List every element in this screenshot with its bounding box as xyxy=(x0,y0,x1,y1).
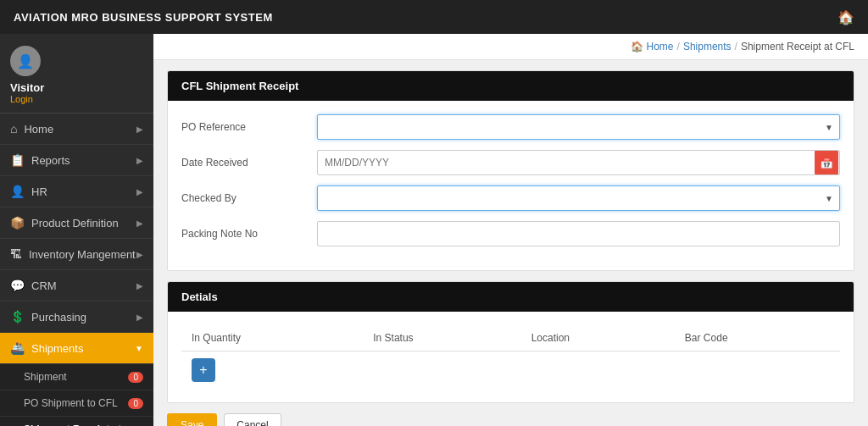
sidebar-item-label: Inventory Mangement xyxy=(29,248,136,261)
chevron-right-icon: ▶ xyxy=(136,250,143,259)
cfl-panel-header: CFL Shipment Receipt xyxy=(168,71,854,101)
chevron-right-icon: ▶ xyxy=(136,313,143,322)
sidebar-item-crm[interactable]: 💬 CRM ▶ xyxy=(0,270,153,302)
sidebar-user: 👤 Visitor Login xyxy=(0,34,153,113)
submenu-label: Shipment xyxy=(24,371,67,383)
chevron-right-icon: ▶ xyxy=(136,124,143,134)
breadcrumb-shipments-link[interactable]: Shipments xyxy=(683,41,732,53)
details-panel-body: In Quantity In Status Location Bar Code … xyxy=(168,312,854,402)
packing-note-row: Packing Note No xyxy=(181,221,840,246)
sidebar-item-label: Reports xyxy=(31,154,70,167)
details-table: In Quantity In Status Location Bar Code … xyxy=(181,325,840,389)
details-panel-header: Detials xyxy=(168,282,854,312)
cfl-panel-body: PO Reference ▼ Date Received 📅 xyxy=(168,101,854,270)
breadcrumb: 🏠 Home / Shipments / Shipment Receipt at… xyxy=(153,34,868,60)
cancel-button[interactable]: Cancel xyxy=(224,413,281,426)
hr-icon: 👤 xyxy=(10,185,25,198)
shipment-badge: 0 xyxy=(128,372,143,383)
breadcrumb-home-link[interactable]: Home xyxy=(647,41,674,53)
sidebar-item-hr[interactable]: 👤 HR ▶ xyxy=(0,176,153,207)
table-row: + xyxy=(181,351,840,390)
details-panel-title: Detials xyxy=(181,290,218,303)
sidebar-username: Visitor xyxy=(10,81,44,94)
col-bar-code: Bar Code xyxy=(675,325,840,351)
home-icon: ⌂ xyxy=(10,122,17,136)
packing-note-input[interactable] xyxy=(317,221,840,246)
sidebar-item-label: Product Definition xyxy=(31,217,119,230)
po-reference-row: PO Reference ▼ xyxy=(181,114,840,140)
home-nav-icon[interactable]: 🏠 xyxy=(837,9,854,25)
po-shipment-badge: 0 xyxy=(128,398,143,409)
checked-by-select[interactable] xyxy=(317,185,840,211)
sidebar-item-product-definition[interactable]: 📦 Product Definition ▶ xyxy=(0,207,153,239)
sidebar-item-purchasing[interactable]: 💲 Purchasing ▶ xyxy=(0,302,153,333)
col-location: Location xyxy=(521,325,675,351)
po-reference-select-wrapper: ▼ xyxy=(317,114,840,140)
submenu-item-po-shipment[interactable]: PO Shipment to CFL 0 xyxy=(0,390,153,417)
chevron-right-icon: ▶ xyxy=(136,281,143,290)
shipments-icon: 🚢 xyxy=(10,341,25,355)
po-reference-label: PO Reference xyxy=(181,121,317,133)
sidebar-item-reports[interactable]: 📋 Reports ▶ xyxy=(0,145,153,176)
breadcrumb-home-icon: 🏠 xyxy=(631,41,643,53)
date-received-wrapper: 📅 xyxy=(317,150,840,175)
date-received-label: Date Received xyxy=(181,157,317,169)
col-in-quantity: In Quantity xyxy=(181,325,363,351)
add-row-button[interactable]: + xyxy=(192,358,215,382)
save-button[interactable]: Save xyxy=(167,413,217,426)
submenu-label: PO Shipment to CFL xyxy=(24,397,118,409)
submenu-item-shipment[interactable]: Shipment 0 xyxy=(0,364,153,390)
chevron-right-icon: ▶ xyxy=(136,187,143,196)
sidebar-item-home[interactable]: ⌂ Home ▶ xyxy=(0,113,153,145)
checked-by-select-wrapper: ▼ xyxy=(317,185,840,211)
checked-by-row: Checked By ▼ xyxy=(181,185,840,211)
sidebar-item-label: CRM xyxy=(31,279,57,292)
cfl-shipment-receipt-panel: CFL Shipment Receipt PO Reference ▼ Date… xyxy=(167,70,854,271)
po-reference-select[interactable] xyxy=(317,114,840,140)
sidebar-item-label: HR xyxy=(31,185,47,198)
chevron-down-icon: ▼ xyxy=(135,344,143,353)
inventory-icon: 🏗 xyxy=(10,247,22,261)
date-received-input[interactable] xyxy=(317,150,840,175)
product-icon: 📦 xyxy=(10,216,25,230)
shipments-submenu: Shipment 0 PO Shipment to CFL 0 Shipment… xyxy=(0,364,153,426)
sidebar-item-shipments[interactable]: 🚢 Shipments ▼ xyxy=(0,333,153,364)
main-layout: 👤 Visitor Login ⌂ Home ▶ 📋 Reports ▶ 👤 H… xyxy=(0,34,868,426)
purchasing-icon: 💲 xyxy=(10,310,25,324)
chevron-right-icon: ▶ xyxy=(136,156,143,165)
col-in-status: In Status xyxy=(363,325,520,351)
breadcrumb-current: Shipment Receipt at CFL xyxy=(741,41,854,53)
submenu-item-shipment-receipt[interactable]: Shipment Receipt at CFL 0 xyxy=(0,417,153,426)
chevron-right-icon: ▶ xyxy=(136,219,143,228)
calendar-icon[interactable]: 📅 xyxy=(815,151,838,174)
reports-icon: 📋 xyxy=(10,153,25,167)
content-area: 🏠 Home / Shipments / Shipment Receipt at… xyxy=(153,34,868,426)
top-nav: AVIATION MRO BUSINESS SUPPORT SYSTEM 🏠 xyxy=(0,0,868,34)
app-title: AVIATION MRO BUSINESS SUPPORT SYSTEM xyxy=(14,11,273,24)
date-received-row: Date Received 📅 xyxy=(181,150,840,175)
sidebar: 👤 Visitor Login ⌂ Home ▶ 📋 Reports ▶ 👤 H… xyxy=(0,34,153,426)
sidebar-item-label: Shipments xyxy=(31,342,83,355)
details-panel: Detials In Quantity In Status Location B… xyxy=(167,281,854,403)
crm-icon: 💬 xyxy=(10,279,25,292)
packing-note-label: Packing Note No xyxy=(181,228,317,240)
action-buttons: Save Cancel xyxy=(153,403,868,426)
sidebar-item-label: Home xyxy=(24,123,53,136)
sidebar-item-label: Purchasing xyxy=(31,311,86,324)
checked-by-label: Checked By xyxy=(181,192,317,204)
sidebar-item-inventory[interactable]: 🏗 Inventory Mangement ▶ xyxy=(0,239,153,270)
avatar: 👤 xyxy=(10,46,41,76)
cfl-panel-title: CFL Shipment Receipt xyxy=(181,80,298,92)
sidebar-login-link[interactable]: Login xyxy=(10,94,33,104)
